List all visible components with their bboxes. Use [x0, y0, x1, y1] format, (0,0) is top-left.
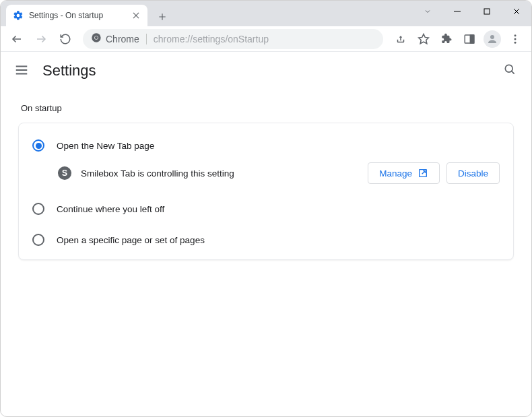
minimize-button[interactable]: [442, 1, 472, 22]
svg-point-12: [95, 36, 98, 38]
extension-notice: S Smilebox Tab is controlling this setti…: [32, 162, 500, 184]
browser-toolbar: Chrome chrome://settings/onStartup: [1, 26, 531, 52]
address-bar[interactable]: Chrome chrome://settings/onStartup: [83, 29, 383, 49]
svg-line-26: [512, 71, 514, 74]
radio-option[interactable]: Open the New Tab page: [32, 139, 500, 152]
disable-button[interactable]: Disable: [446, 162, 500, 184]
option-label: Open the New Tab page: [57, 141, 154, 151]
maximize-button[interactable]: [472, 1, 502, 22]
extensions-icon[interactable]: [436, 28, 457, 50]
manage-button[interactable]: Manage: [368, 162, 440, 184]
extension-message: Smilebox Tab is controlling this setting: [81, 168, 358, 179]
manage-label: Manage: [379, 168, 412, 179]
svg-point-25: [505, 65, 512, 72]
profile-avatar[interactable]: [481, 28, 503, 50]
option-row-continue[interactable]: Continue where you left off: [19, 193, 513, 224]
new-tab-button[interactable]: [153, 7, 172, 26]
disable-label: Disable: [458, 168, 488, 179]
forward-button[interactable]: [30, 28, 52, 50]
tab-title: Settings - On startup: [29, 11, 131, 20]
svg-point-19: [514, 34, 517, 36]
side-panel-icon[interactable]: [459, 28, 480, 50]
bookmark-star-icon[interactable]: [413, 28, 434, 50]
section-title: On startup: [21, 103, 514, 113]
hamburger-menu-icon[interactable]: [14, 63, 30, 79]
back-button[interactable]: [6, 28, 28, 50]
extension-badge-icon: S: [58, 166, 71, 180]
page-title: Settings: [42, 62, 96, 79]
close-window-button[interactable]: [502, 1, 531, 22]
chrome-product-icon: [91, 32, 102, 46]
option-row-new-tab: Open the New Tab page S Smilebox Tab is …: [19, 127, 513, 193]
reload-button[interactable]: [55, 28, 76, 50]
url-text: chrome://settings/onStartup: [154, 34, 375, 44]
chevron-down-icon[interactable]: [413, 1, 442, 22]
omnibox-divider: [146, 34, 147, 44]
option-row-specific-pages[interactable]: Open a specific page or set of pages: [19, 224, 513, 255]
close-icon[interactable]: [131, 11, 141, 20]
gear-icon: [13, 10, 24, 21]
open-external-icon: [418, 168, 428, 179]
radio-icon: [32, 234, 44, 246]
search-icon[interactable]: [503, 63, 517, 79]
option-label: Open a specific page or set of pages: [57, 235, 205, 245]
kebab-menu-icon[interactable]: [504, 28, 526, 50]
startup-options-card: Open the New Tab page S Smilebox Tab is …: [18, 123, 514, 260]
svg-marker-14: [419, 34, 429, 43]
url-scheme-label: Chrome: [106, 34, 139, 44]
radio-icon: [32, 203, 44, 215]
settings-page: On startup Open the New Tab page S Smile…: [1, 90, 531, 265]
svg-point-21: [514, 41, 517, 43]
svg-point-20: [514, 38, 517, 40]
svg-rect-17: [471, 35, 474, 43]
settings-header: Settings: [1, 52, 531, 90]
browser-tab[interactable]: Settings - On startup: [6, 5, 147, 26]
share-icon[interactable]: [390, 28, 411, 50]
window-titlebar: Settings - On startup: [1, 1, 531, 26]
option-label: Continue where you left off: [57, 204, 164, 214]
svg-point-18: [490, 35, 494, 39]
radio-icon: [32, 139, 44, 152]
svg-rect-5: [484, 9, 490, 14]
